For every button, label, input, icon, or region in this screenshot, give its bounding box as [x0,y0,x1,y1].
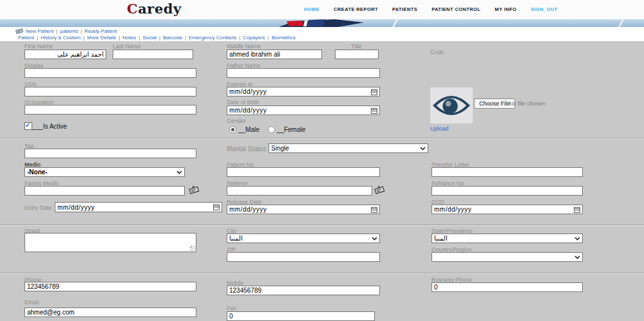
nav-home[interactable]: HOME [304,6,319,12]
street-textarea[interactable] [24,233,196,252]
state-select[interactable]: المنيا [431,234,583,243]
email-input[interactable] [24,307,196,317]
city-value: المنيا [229,235,243,242]
upload-link[interactable]: Upload [430,125,449,132]
tab-biometrics[interactable]: Biometrics [272,35,296,41]
family-medic-lookup-icon[interactable] [188,184,201,196]
city-select[interactable]: المنيا [227,234,380,243]
resize-handle[interactable] [190,246,195,251]
father-name-input[interactable] [227,68,380,78]
is-active-checkbox[interactable] [24,122,32,130]
dod-value: mm/dd/yyyy [434,206,471,213]
date-of-birth-date-input[interactable]: mm/dd/yyyy [227,105,380,115]
occupation-input[interactable] [24,105,196,115]
date-of-birth-value: mm/dd/yyyy [229,107,267,114]
calendar-icon[interactable] [574,206,580,213]
app-logo: Caredy [127,1,182,17]
middle-name-label: Middle Name [227,43,261,50]
patient-no-input[interactable] [227,167,380,177]
tab-separator: | [118,35,120,41]
gender-label: Gender [227,118,246,124]
main-nav: HOME CREATE REPORT PATIENTS PATIENT CONT… [304,6,558,12]
banner-slash [618,19,625,27]
referrer-lookup-icon[interactable] [374,184,386,196]
expires-at-date-input[interactable]: mm/dd/yyyy [227,87,380,96]
ssn-input[interactable] [24,87,196,96]
refrance-no-input[interactable] [431,186,583,196]
tab-bar: Patient | History & Custom | More Detail… [18,35,296,41]
crumb-new-patient[interactable]: New Patient [26,28,53,34]
chevron-down-icon [176,170,182,174]
gender-male-label: __Male [238,126,260,133]
tab-emergency-contacts[interactable]: Emergency Contacts [189,35,236,41]
new-patient-icon [15,28,23,34]
state-value: المنيا [434,235,448,242]
mobile-input[interactable] [227,286,380,295]
code-label: Code [430,49,444,55]
middle-name-input[interactable] [227,50,322,59]
entry-date-label: Entry Date [24,205,52,211]
tab-more-details[interactable]: More Details [87,35,116,41]
no-file-chosen-text: No file chosen [509,100,545,107]
gender-male-radio[interactable] [229,126,236,133]
tab-separator: | [268,35,269,41]
banner-photo-fragment [274,19,367,27]
medic-select[interactable]: -None- [24,167,185,177]
tag-input[interactable] [24,149,196,158]
crumb-ready-patient[interactable]: Ready Patient [84,28,117,34]
chevron-down-icon [420,147,426,151]
tab-separator: | [185,35,186,41]
title-input[interactable] [335,50,379,59]
country-select[interactable] [431,252,583,262]
banner-slash [392,19,399,27]
nav-sign-out[interactable]: SIGN_OUT [531,6,558,12]
tab-separator: | [83,35,84,41]
calendar-icon[interactable] [371,89,377,95]
dod-date-input[interactable]: mm/dd/yyyy [431,205,583,214]
breadcrumb: New Patient | patients | Ready Patient [15,28,117,34]
tab-separator: | [37,35,38,41]
nav-patients[interactable]: PATIENTS [392,6,417,12]
phone-input[interactable] [24,282,196,291]
family-medic-input[interactable] [24,186,185,196]
tab-separator: | [239,35,240,41]
section-contact: Phone Email Mobile Fax Busness Phone [0,273,644,321]
release-date-input[interactable]: mm/dd/yyyy [227,205,380,214]
calendar-icon[interactable] [371,206,377,213]
nav-my-info[interactable]: MY INFO [495,6,516,12]
transfer-letter-input[interactable] [431,167,583,177]
tab-history-custom[interactable]: History & Custom [41,35,80,41]
section-identity: First Name Last Name Display SSN Occupat… [0,41,644,138]
tab-notes[interactable]: Notes [122,35,136,41]
marital-status-select[interactable]: Single [269,143,428,153]
tab-copayers[interactable]: Copayers [243,35,265,41]
date-of-birth-label: Date of Birth [227,99,259,105]
expires-at-value: mm/dd/yyyy [229,88,267,95]
display-input[interactable] [24,68,196,78]
gender-female-radio[interactable] [268,126,275,133]
breadcrumb-area: New Patient | patients | Ready Patient P… [0,27,644,41]
last-name-input[interactable] [113,50,193,59]
business-phone-input[interactable] [431,282,583,292]
tab-social[interactable]: Social [142,35,156,41]
tab-separator: | [138,35,140,41]
fax-input[interactable] [227,311,375,321]
first-name-input[interactable] [24,50,106,59]
nav-patient-control[interactable]: PATIENT CONTROL [431,6,480,12]
tab-barcode[interactable]: Barcode [163,35,182,41]
referrer-input[interactable] [227,186,372,196]
marital-status-label: Marital Status [227,145,266,152]
patient-photo [430,87,473,124]
calendar-icon[interactable] [371,107,377,114]
marital-status-value: Single [271,145,289,152]
first-name-label: First Name [24,43,53,50]
chevron-down-icon [372,237,377,241]
calendar-icon[interactable] [213,204,220,210]
entry-date-input[interactable]: mm/dd/yyyy [55,202,222,212]
chevron-down-icon [574,237,580,241]
tab-patient[interactable]: Patient [18,35,34,41]
zip-input[interactable] [227,252,380,262]
nav-create-report[interactable]: CREATE REPORT [334,6,378,12]
entry-date-value: mm/dd/yyyy [57,204,95,211]
crumb-patients[interactable]: patients [60,28,78,34]
